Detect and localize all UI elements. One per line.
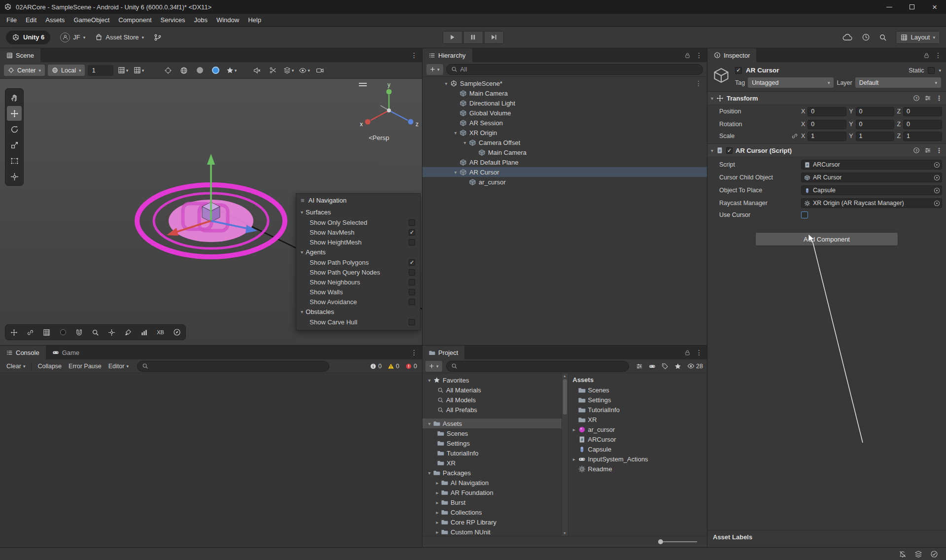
hand-tool[interactable] xyxy=(7,90,22,105)
footer-search-button[interactable] xyxy=(88,326,103,339)
footer-compass-button[interactable] xyxy=(169,326,184,339)
static-dropdown-icon[interactable]: ▾ xyxy=(939,68,941,73)
cloud-icon[interactable] xyxy=(842,34,853,41)
expander-icon[interactable]: ▸ xyxy=(433,490,441,495)
hierarchy-menu-icon[interactable]: ⋮ xyxy=(696,51,702,59)
add-component-button[interactable]: Add Component xyxy=(755,232,898,246)
object-picker-icon[interactable] xyxy=(934,200,940,207)
scroll-up-icon[interactable]: ▲ xyxy=(563,374,566,378)
menu-assets[interactable]: Assets xyxy=(41,14,69,26)
package-ai-navigation[interactable]: ▸AI Navigation xyxy=(422,478,561,488)
position-z-input[interactable]: 0 xyxy=(903,107,942,116)
active-checkbox[interactable] xyxy=(735,67,742,74)
create-object-button[interactable]: ▾ xyxy=(426,64,443,75)
asset-inputsystem-actions[interactable]: ▸InputSystem_Actions xyxy=(568,454,707,464)
effects-toggle[interactable] xyxy=(209,65,222,76)
packages-root[interactable]: ▾Packages xyxy=(422,468,561,478)
lighting-toggle[interactable] xyxy=(193,65,206,76)
menu-jobs[interactable]: Jobs xyxy=(189,14,211,26)
ar-cursor-script-header[interactable]: ▾ AR Cursor (Script) ⋮ xyxy=(707,143,946,157)
hierarchy-row-ar-cursor-child[interactable]: ar_cursor xyxy=(422,177,707,187)
console-menu-icon[interactable]: ⋮ xyxy=(411,349,418,356)
asset-capsule[interactable]: Capsule xyxy=(568,444,707,454)
expander-icon[interactable]: ▸ xyxy=(433,510,441,515)
folder-scenes[interactable]: Scenes xyxy=(422,428,561,438)
inspector-menu-icon[interactable]: ⋮ xyxy=(935,51,942,59)
show-only-selected-checkbox[interactable] xyxy=(409,219,415,226)
hierarchy-row-directional-light[interactable]: Directional Light xyxy=(422,98,707,108)
show-walls-checkbox[interactable] xyxy=(409,289,415,295)
object-picker-icon[interactable] xyxy=(934,175,940,181)
show-heightmesh-checkbox[interactable] xyxy=(409,239,415,245)
help-icon[interactable] xyxy=(913,147,920,154)
package-core-rp-library[interactable]: ▸Core RP Library xyxy=(422,517,561,527)
move-tool[interactable] xyxy=(7,106,22,121)
transform-header[interactable]: ▾ Transform ⋮ xyxy=(707,91,946,105)
play-button[interactable] xyxy=(443,31,462,44)
script-object-field[interactable]: ARCursor xyxy=(801,160,942,170)
expander-icon[interactable]: ▾ xyxy=(425,421,433,426)
pause-button[interactable] xyxy=(463,31,483,44)
footer-paint-button[interactable] xyxy=(120,326,136,339)
component-enabled-checkbox[interactable] xyxy=(726,147,733,154)
foldout-icon[interactable]: ▾ xyxy=(711,148,713,153)
hierarchy-row-ar-cursor[interactable]: ▾AR Cursor xyxy=(422,167,707,177)
expander-icon[interactable]: ▸ xyxy=(433,520,441,525)
maximize-button[interactable] xyxy=(901,0,923,14)
object-picker-icon[interactable] xyxy=(934,187,940,194)
menu-component[interactable]: Component xyxy=(114,14,156,26)
menu-help[interactable]: Help xyxy=(244,14,266,26)
menu-window[interactable]: Window xyxy=(212,14,244,26)
scale-x-input[interactable]: 1 xyxy=(807,132,846,141)
scene-visibility-dropdown[interactable]: ▾ xyxy=(298,65,311,76)
camera-settings-button[interactable] xyxy=(314,65,326,76)
hierarchy-row-global-volume[interactable]: Global Volume xyxy=(422,108,707,118)
lock-icon[interactable] xyxy=(923,52,930,59)
asset-store-dropdown[interactable]: Asset Store ▾ xyxy=(95,34,144,41)
package-collections[interactable]: ▸Collections xyxy=(422,507,561,517)
history-icon[interactable] xyxy=(862,33,870,41)
hierarchy-row-camera-offset[interactable]: ▾Camera Offset xyxy=(422,138,707,147)
tab-game[interactable]: Game xyxy=(46,346,86,359)
footer-move-button[interactable] xyxy=(6,326,22,339)
component-menu-icon[interactable]: ⋮ xyxy=(936,146,943,154)
lock-icon[interactable] xyxy=(684,52,691,59)
rotation-x-input[interactable]: 0 xyxy=(807,120,846,129)
console-log-area[interactable] xyxy=(0,373,422,547)
create-asset-button[interactable]: ▾ xyxy=(425,361,442,372)
hierarchy-row-ar-default-plane[interactable]: AR Default Plane xyxy=(422,157,707,167)
orientation-dropdown[interactable]: Local▾ xyxy=(48,65,85,76)
asset-arcursor-script[interactable]: ARCursor xyxy=(568,434,707,444)
unity-version-badge[interactable]: Unity 6 xyxy=(6,31,50,44)
grid-size-input[interactable]: 1 xyxy=(88,65,113,76)
editor-dropdown[interactable]: Editor▾ xyxy=(105,361,132,371)
layers-dropdown[interactable]: ▾ xyxy=(282,65,295,76)
pivot-dropdown[interactable]: Center▾ xyxy=(4,65,45,76)
hierarchy-row-main-camera-child[interactable]: Main Camera xyxy=(422,147,707,157)
expander-icon[interactable]: ▸ xyxy=(433,480,441,486)
presets-icon[interactable] xyxy=(924,147,931,154)
hidden-count[interactable]: 28 xyxy=(687,362,703,370)
console-search-input[interactable] xyxy=(137,361,329,372)
save-search-button[interactable] xyxy=(671,360,684,372)
gameobject-name[interactable]: AR Cursor xyxy=(746,67,905,74)
scale-z-input[interactable]: 1 xyxy=(903,132,942,141)
presets-icon[interactable] xyxy=(924,95,931,102)
package-custom-nunit[interactable]: ▸Custom NUnit xyxy=(422,527,561,536)
hierarchy-row-xr-origin[interactable]: ▾XR Origin xyxy=(422,128,707,138)
thumbnail-zoom-slider[interactable] xyxy=(659,541,697,542)
scene-menu-icon[interactable]: ⋮ xyxy=(411,51,418,59)
search-by-label-button[interactable] xyxy=(659,360,671,372)
object-to-place-field[interactable]: Capsule xyxy=(801,185,942,195)
surfaces-section[interactable]: ▾Surfaces xyxy=(296,207,420,217)
expander-icon[interactable]: ▾ xyxy=(452,130,459,136)
notifications-muted-icon[interactable] xyxy=(899,550,907,558)
favorites-root[interactable]: ▾Favorites xyxy=(422,375,561,385)
component-menu-icon[interactable]: ⋮ xyxy=(936,94,943,102)
help-icon[interactable] xyxy=(913,95,920,102)
show-neighbours-checkbox[interactable] xyxy=(409,279,415,285)
scene-options-icon[interactable]: ⋮ xyxy=(695,79,702,87)
menu-services[interactable]: Services xyxy=(156,14,190,26)
footer-sphere-button[interactable] xyxy=(55,326,70,339)
cut-toggle[interactable] xyxy=(266,65,279,76)
